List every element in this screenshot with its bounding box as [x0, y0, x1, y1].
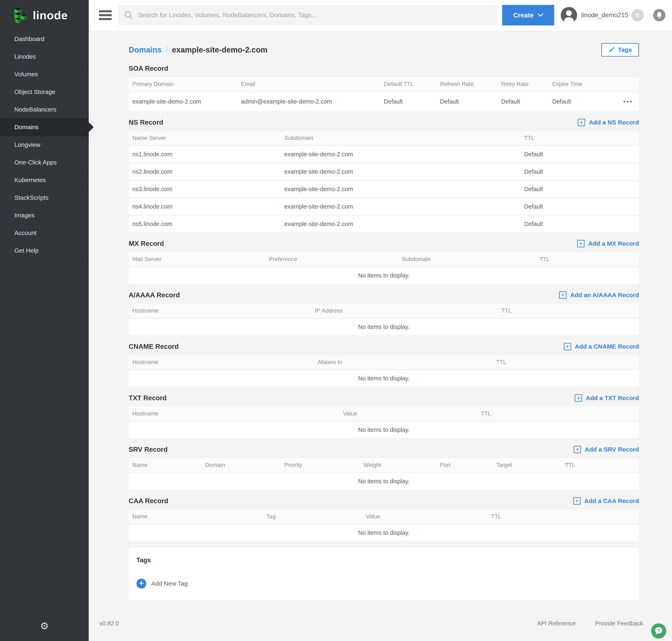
create-button[interactable]: Create: [502, 5, 554, 25]
section-mx: MX RecordAdd a MX RecordMail ServerPrefe…: [129, 239, 639, 285]
section-header: TXT RecordAdd a TXT Record: [129, 393, 639, 403]
sidebar-item-get-help[interactable]: Get Help: [0, 242, 89, 260]
section-header: SRV RecordAdd a SRV Record: [129, 445, 639, 454]
section-header: NS RecordAdd a NS Record: [129, 118, 639, 127]
table-row: ns3.linode.comexample-site-demo-2.comDef…: [129, 181, 639, 199]
column-header: IP Address: [315, 304, 501, 319]
hamburger-menu-icon[interactable]: [99, 10, 112, 20]
ns-table: Name ServerSubdomainTTLns1.linode.comexa…: [129, 131, 639, 233]
add-new-tag-button[interactable]: Add New Tag: [137, 579, 631, 588]
sidebar-item-volumes[interactable]: Volumes: [0, 66, 89, 83]
empty-row: No items to display.: [129, 525, 639, 542]
api-reference-link[interactable]: API Reference: [537, 620, 576, 627]
row-actions-button[interactable]: •••: [613, 92, 639, 112]
help-button[interactable]: ?: [651, 623, 666, 639]
table-cell: example-site-demo-2.com: [284, 181, 524, 199]
search-input[interactable]: [138, 12, 491, 19]
sidebar-item-label: StackScripts: [14, 194, 48, 201]
table-cell: example-site-demo-2.com: [284, 199, 524, 216]
table-header-row: Primary DomainEmailDefault TTLRefresh Ra…: [129, 77, 639, 92]
section-title: SRV Record: [129, 446, 168, 453]
breadcrumb: Domains / example-site-demo-2.com: [129, 45, 268, 54]
column-header: Aliases to: [318, 355, 496, 370]
add-caa-record-link[interactable]: Add a CAA Record: [573, 497, 639, 505]
sidebar-item-dashboard[interactable]: Dashboard: [0, 30, 89, 48]
pencil-icon: [608, 47, 615, 53]
edit-tags-button[interactable]: Tags: [601, 43, 639, 57]
column-header: Email: [241, 77, 384, 92]
add-link-label: Add a TXT Record: [586, 395, 639, 401]
cname-table: HostnameAliases toTTLNo items to display…: [129, 355, 639, 388]
logo-text: linode: [33, 9, 68, 22]
txt-table: HostnameValueTTLNo items to display.: [129, 407, 639, 439]
section-header: MX RecordAdd a MX Record: [129, 239, 639, 248]
sidebar-item-account[interactable]: Account: [0, 224, 89, 242]
sidebar-item-nodebalancers[interactable]: NodeBalancers: [0, 101, 89, 119]
empty-row: No items to display.: [129, 319, 639, 336]
srv-table: NameDomainPriorityWeightPortTargetTTLNo …: [129, 458, 639, 491]
sidebar-item-label: Images: [14, 212, 34, 219]
settings-gear-icon[interactable]: ⚙: [0, 620, 89, 631]
add-plus-icon: [564, 343, 571, 350]
column-header: TTL: [501, 304, 639, 319]
a-aaaa-table: HostnameIP AddressTTLNo items to display…: [129, 304, 639, 336]
add-plus-icon: [577, 240, 585, 247]
app-logo[interactable]: linode: [0, 0, 89, 30]
sidebar-item-label: Object Storage: [14, 88, 55, 95]
table-header-row: HostnameValueTTL: [129, 407, 639, 422]
sidebar-item-one-click-apps[interactable]: One-Click Apps: [0, 154, 89, 172]
column-header: Primary Domain: [129, 77, 241, 92]
sidebar-item-images[interactable]: Images: [0, 207, 89, 224]
tags-panel-title: Tags: [137, 557, 631, 564]
table-header-row: NameTagValueTTL: [129, 509, 639, 525]
table-cell: Default: [552, 92, 614, 112]
caa-table: NameTagValueTTLNo items to display.: [129, 509, 639, 542]
sidebar-item-domains[interactable]: Domains: [0, 119, 89, 136]
sidebar-item-label: Longview: [14, 141, 40, 148]
sidebar-item-longview[interactable]: Longview: [0, 136, 89, 154]
section-title: A/AAAA Record: [129, 291, 180, 299]
column-header: Retry Rate: [501, 77, 552, 92]
bell-icon: [656, 12, 663, 19]
column-header: Weight: [363, 458, 440, 473]
column-header: Hostname: [129, 304, 315, 319]
add-mx-record-link[interactable]: Add a MX Record: [577, 240, 639, 247]
add-srv-record-link[interactable]: Add a SRV Record: [574, 446, 639, 453]
column-header: [613, 77, 639, 92]
table-cell: Default: [524, 164, 639, 181]
create-button-label: Create: [513, 12, 534, 19]
sidebar-item-label: Volumes: [14, 71, 38, 78]
add-cname-record-link[interactable]: Add a CNAME Record: [564, 343, 639, 350]
sidebar-item-label: NodeBalancers: [14, 106, 56, 113]
section-cname: CNAME RecordAdd a CNAME RecordHostnameAl…: [129, 342, 639, 388]
column-header: Hostname: [129, 355, 318, 370]
breadcrumb-domains-link[interactable]: Domains: [129, 45, 162, 54]
username[interactable]: linode_demo215: [581, 12, 628, 19]
column-header: Preference: [269, 252, 402, 268]
column-header: Target: [496, 458, 565, 473]
sidebar-item-label: Kubernetes: [14, 177, 46, 183]
sidebar-item-stackscripts[interactable]: StackScripts: [0, 189, 89, 207]
provide-feedback-link[interactable]: Provide Feedback: [595, 620, 643, 627]
sidebar-item-kubernetes[interactable]: Kubernetes: [0, 172, 89, 189]
user-avatar[interactable]: [561, 7, 577, 23]
search-box: [118, 5, 496, 25]
add-a-aaaa-record-link[interactable]: Add an A/AAAA Record: [559, 291, 639, 299]
sidebar-item-label: Dashboard: [14, 36, 44, 42]
help-chat-icon: ?: [654, 626, 663, 636]
sidebar-item-object-storage[interactable]: Object Storage: [0, 83, 89, 101]
version-label: v0.82.0: [99, 620, 119, 627]
sidebar-item-linodes[interactable]: Linodes: [0, 48, 89, 66]
add-ns-record-link[interactable]: Add a NS Record: [578, 119, 639, 126]
notification-count-badge[interactable]: 0: [631, 9, 644, 21]
table-cell: example-site-demo-2.com: [284, 216, 524, 233]
add-txt-record-link[interactable]: Add a TXT Record: [575, 394, 639, 402]
empty-message: No items to display.: [129, 268, 639, 285]
table-header-row: HostnameIP AddressTTL: [129, 304, 639, 319]
notifications-bell-button[interactable]: [653, 9, 666, 21]
table-header-row: HostnameAliases toTTL: [129, 355, 639, 370]
column-header: Priority: [284, 458, 363, 473]
column-header: TTL: [481, 407, 639, 422]
empty-message: No items to display.: [129, 473, 639, 491]
column-header: Port: [440, 458, 496, 473]
